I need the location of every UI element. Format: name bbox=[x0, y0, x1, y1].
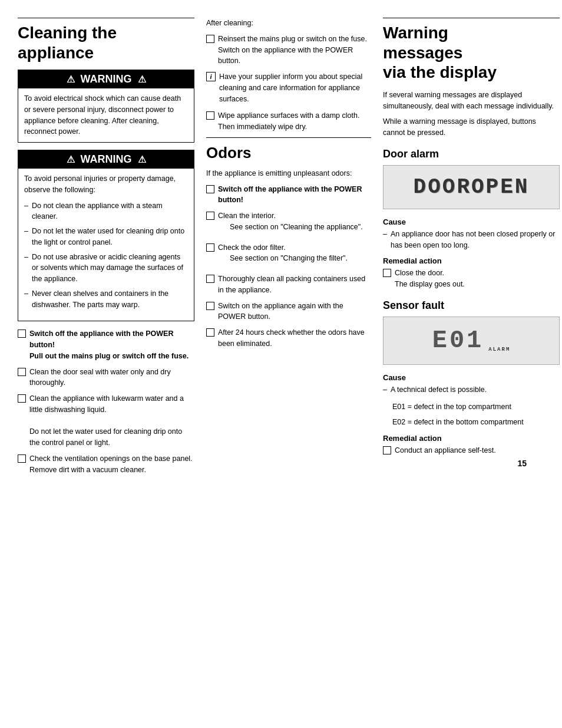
odors-intro: If the appliance is emitting unpleasant … bbox=[206, 168, 371, 179]
odors-title: Odors bbox=[206, 144, 371, 162]
warning-triangle-right-1: ⚠ bbox=[138, 74, 146, 85]
checkbox-icon-3 bbox=[18, 394, 26, 403]
warning-header-1: ⚠ WARNING ⚠ bbox=[18, 70, 194, 88]
warning-triangle-left-2: ⚠ bbox=[67, 154, 75, 165]
wipe-bullet-1: Wipe appliance surfaces with a damp clot… bbox=[206, 110, 371, 133]
odors-bullet-6: After 24 hours check whether the odors h… bbox=[206, 327, 371, 350]
sensor-fault-remedial-item: Conduct an appliance self-test. bbox=[383, 445, 560, 456]
checkbox-icon-o2 bbox=[206, 212, 214, 220]
door-alarm-remedial-list: Close the door.The display goes out. bbox=[383, 268, 560, 290]
checkbox-icon-w1 bbox=[206, 111, 214, 120]
door-alarm-cause-item: An appliance door has not been closed pr… bbox=[383, 229, 560, 251]
dash-item-4: Never clean shelves and containers in th… bbox=[24, 288, 188, 311]
dash-item-2: Do not let the water used for cleaning d… bbox=[24, 226, 188, 248]
sensor-fault-title: Sensor fault bbox=[383, 299, 560, 312]
after-cleaning-bullet1-text: Reinsert the mains plug or switch on the… bbox=[218, 34, 371, 67]
odors-bullet4-text: Thoroughly clean all packing containers … bbox=[218, 274, 371, 296]
sensor-fault-sub1-text: E01 = defect in the top compartment bbox=[392, 401, 560, 413]
warning-messages-intro1: If several warning messages are displaye… bbox=[383, 90, 560, 112]
warning-box-1: ⚠ WARNING ⚠ To avoid electrical shock wh… bbox=[18, 70, 194, 143]
after-cleaning-label: After cleaning: bbox=[206, 18, 371, 29]
column-2: After cleaning: Reinsert the mains plug … bbox=[206, 18, 371, 480]
checkbox-icon-1 bbox=[18, 330, 26, 338]
warning-triangle-right-2: ⚠ bbox=[138, 154, 146, 165]
odors-bullet-2: Clean the interior. See section on "Clea… bbox=[206, 210, 371, 238]
col1-bullet4-text: Check the ventilation openings on the ba… bbox=[29, 453, 194, 476]
sensor-fault-cause-label: Cause bbox=[383, 373, 560, 382]
odors-bullet-list: Switch off the appliance with the POWER … bbox=[206, 184, 371, 350]
warning-box-2: ⚠ WARNING ⚠ To avoid personal injuries o… bbox=[18, 150, 194, 321]
col1-bullet2-text: Clean the door seal with water only and … bbox=[29, 367, 194, 389]
odors-bullet5-text: Switch on the appliance again with the P… bbox=[218, 301, 371, 323]
warning2-intro: To avoid personal injuries or property d… bbox=[24, 173, 188, 196]
sensor-fault-sub2-text: E02 = defect in the bottom compartment bbox=[392, 417, 560, 428]
col1-bullet-1: Switch off the appliance with the POWER … bbox=[18, 328, 194, 361]
after-cleaning-bullet-1: Reinsert the mains plug or switch on the… bbox=[206, 34, 371, 67]
alarm-label: ALARM bbox=[488, 347, 510, 353]
odors-bullet2-sub: See section on "Cleaning the appliance". bbox=[230, 222, 371, 233]
checkbox-icon-ac1 bbox=[206, 35, 214, 43]
warning-body-1: To avoid electrical shock which can caus… bbox=[18, 88, 194, 142]
col1-bullet-2: Clean the door seal with water only and … bbox=[18, 367, 194, 389]
sensor-fault-display: E01 ALARM bbox=[383, 317, 560, 365]
sensor-fault-remedial-text: Conduct an appliance self-test. bbox=[395, 445, 560, 456]
door-alarm-remedial-label: Remedial action bbox=[383, 256, 560, 265]
column-1: Cleaning theappliance ⚠ WARNING ⚠ To avo… bbox=[18, 18, 194, 480]
door-alarm-title: Door alarm bbox=[383, 148, 560, 160]
door-alarm-cause-list: An appliance door has not been closed pr… bbox=[383, 229, 560, 251]
odors-bullet1-bold: Switch off the appliance with the POWER … bbox=[218, 185, 362, 205]
odors-bullet6-text: After 24 hours check whether the odors h… bbox=[218, 327, 371, 350]
checkbox-icon-da bbox=[383, 269, 391, 277]
info-text: Have your supplier inform you about spec… bbox=[219, 71, 371, 104]
col2-section-rule bbox=[206, 137, 371, 138]
col1-bullet1-bold: Switch off the appliance with the POWER … bbox=[29, 330, 189, 360]
col3-top-rule bbox=[383, 18, 560, 18]
warning-messages-intro2: While a warning message is displayed, bu… bbox=[383, 116, 560, 139]
checkbox-icon-o5 bbox=[206, 302, 214, 310]
checkbox-icon-o4 bbox=[206, 275, 214, 283]
checkbox-icon-o3 bbox=[206, 243, 214, 252]
warning-body-2: To avoid personal injuries or property d… bbox=[18, 169, 194, 321]
warning2-dash-list: Do not clean the appliance with a steam … bbox=[24, 200, 188, 311]
col1-bullet-4: Check the ventilation openings on the ba… bbox=[18, 453, 194, 476]
col1-bullet-3: Clean the appliance with lukewarm water … bbox=[18, 393, 194, 449]
page-number: 15 bbox=[517, 459, 527, 468]
odors-bullet-1: Switch off the appliance with the POWER … bbox=[206, 184, 371, 206]
sensor-fault-cause-list: A technical defect is possible. bbox=[383, 384, 560, 396]
col1-top-rule bbox=[18, 18, 194, 18]
door-alarm-cause-label: Cause bbox=[383, 218, 560, 226]
warning-messages-title: Warningmessagesvia the display bbox=[383, 23, 560, 83]
door-alarm-display-text: DOOROPEN bbox=[389, 175, 553, 199]
dash-item-3: Do not use abrasive or acidic cleaning a… bbox=[24, 252, 188, 285]
cleaning-title: Cleaning theappliance bbox=[18, 23, 194, 62]
info-icon: i bbox=[206, 72, 216, 81]
checkbox-icon-4 bbox=[18, 454, 26, 463]
warning-label-2: WARNING bbox=[81, 153, 132, 166]
checkbox-icon-2 bbox=[18, 368, 26, 376]
sensor-fault-remedial-list: Conduct an appliance self-test. bbox=[383, 445, 560, 456]
warning-header-2: ⚠ WARNING ⚠ bbox=[18, 150, 194, 169]
sensor-fault-sub1: E01 = defect in the top compartment E02 … bbox=[392, 401, 560, 429]
sensor-fault-remedial-label: Remedial action bbox=[383, 434, 560, 443]
checkbox-icon-sf bbox=[383, 446, 391, 454]
warning-label-1: WARNING bbox=[81, 73, 132, 85]
col1-bullet-list: Switch off the appliance with the POWER … bbox=[18, 328, 194, 475]
checkbox-icon-o6 bbox=[206, 328, 214, 337]
odors-bullet-5: Switch on the appliance again with the P… bbox=[206, 301, 371, 323]
odors-bullet-3: Check the odor filter. See section on "C… bbox=[206, 242, 371, 269]
odors-bullet-4: Thoroughly clean all packing containers … bbox=[206, 274, 371, 296]
sensor-fault-display-text: E01 ALARM bbox=[389, 327, 553, 355]
info-box: i Have your supplier inform you about sp… bbox=[206, 71, 371, 104]
door-alarm-remedial-item: Close the door.The display goes out. bbox=[383, 268, 560, 290]
checkbox-icon-o1 bbox=[206, 185, 214, 193]
column-3: Warningmessagesvia the display If severa… bbox=[383, 18, 560, 480]
warning-triangle-left-1: ⚠ bbox=[67, 74, 75, 85]
wipe-bullets: Wipe appliance surfaces with a damp clot… bbox=[206, 110, 371, 133]
sensor-fault-cause-item: A technical defect is possible. bbox=[383, 384, 560, 396]
dash-item-1: Do not clean the appliance with a steam … bbox=[24, 200, 188, 223]
odors-bullet3-sub: See section on "Changing the filter". bbox=[230, 253, 371, 264]
door-alarm-display: DOOROPEN bbox=[383, 165, 560, 209]
after-cleaning-bullets: Reinsert the mains plug or switch on the… bbox=[206, 34, 371, 67]
